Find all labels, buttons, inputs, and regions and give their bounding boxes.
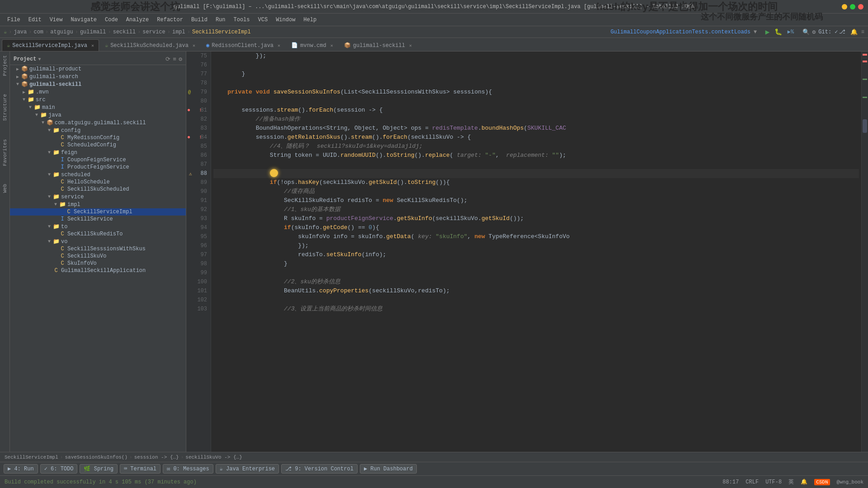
close-tab-gulimallseckill[interactable]: ✕ (409, 43, 412, 48)
settings-icon[interactable]: ⚙ (812, 28, 816, 36)
bc-seckillserviceimpl[interactable]: SeckillServiceImpl (192, 29, 251, 35)
more-icon[interactable]: ≡ (861, 29, 864, 35)
cb-savesessionskuinfos[interactable]: saveSessionSkuInfos() (65, 455, 127, 460)
tab-version-control[interactable]: ⎇ 9: Version Control (281, 464, 358, 474)
menu-window[interactable]: Window (272, 15, 299, 24)
project-icon[interactable]: Project (2, 55, 8, 76)
debug-button[interactable]: 🐛 (774, 28, 782, 36)
bc-com[interactable]: com (33, 29, 43, 35)
sidebar-item-gulimall-search[interactable]: ▶ 📦 gulimall-search (10, 73, 186, 80)
sidebar-item-gulimall-product[interactable]: ▶ 📦 gulimall-product (10, 65, 186, 73)
tab-mvnwcmd[interactable]: 📄 mvnw.cmd ✕ (286, 39, 338, 51)
menu-help[interactable]: Help (300, 15, 320, 24)
bc-seckill[interactable]: seckill (113, 29, 136, 35)
git-branch-icon[interactable]: ⎇ (839, 28, 845, 35)
bc-service[interactable]: service (142, 29, 165, 35)
search-everywhere-icon[interactable]: 🔍 (802, 28, 810, 36)
menu-analyze[interactable]: Analyze (123, 15, 152, 24)
sidebar-item-myredissonconfig[interactable]: C MyRedissonConfig (10, 134, 186, 141)
sidebar-item-main[interactable]: ▼ 📁 main (10, 103, 186, 111)
bc-impl[interactable]: impl (172, 29, 185, 35)
code-line-103: //3、设置上当前商品的秒杀时间信息 (213, 305, 859, 314)
sidebar-item-gulimall-seckill[interactable]: ▼ 📦 gulimall-seckill (10, 80, 186, 88)
code-line-94: if(skuInfo.getCode() == 0){ (213, 223, 859, 232)
cb-seckillskuvo-lambda[interactable]: seckillSkuVo -> {…} (185, 455, 242, 460)
csdn-icon[interactable]: CSDN (814, 479, 830, 485)
menu-view[interactable]: View (46, 15, 66, 24)
sidebar-item-productfeignservice[interactable]: I ProductFeignService (10, 164, 186, 171)
tab-run[interactable]: ▶ 4: Run (4, 464, 38, 474)
sidebar-item-mvn[interactable]: ▶ 📁 .mvn (10, 88, 186, 96)
sidebar-item-couponfeignservice[interactable]: I CouponFeignService (10, 156, 186, 164)
sidebar-item-package[interactable]: ▼ 📦 com.atguigu.gulimall.seckill (10, 119, 186, 127)
sidebar-item-seckillskuscheduled[interactable]: C SeckillSkuScheduled (10, 186, 186, 193)
web-icon[interactable]: Web (2, 184, 8, 193)
line-separator[interactable]: CRLF (745, 479, 759, 485)
sidebar-item-seckillserviceimpl[interactable]: C SeckillServiceImpl (10, 208, 186, 216)
tab-gulimallseckill[interactable]: 📦 gulimall-seckill ✕ (339, 39, 417, 51)
sidebar-item-config[interactable]: ▼ 📁 config (10, 127, 186, 134)
structure-icon[interactable]: Structure (2, 94, 8, 121)
sidebar-item-seckillsesssonswithskus[interactable]: C SeckillSesssionsWithSkus (10, 245, 186, 253)
sidebar-item-seckillservice[interactable]: I SeckillService (10, 216, 186, 223)
cb-seckillserviceimpl[interactable]: SeckillServiceImpl (5, 455, 58, 460)
sidebar-item-scheduledconfig[interactable]: C ScheduledConfig (10, 141, 186, 149)
sidebar-item-skuinfovo[interactable]: C SkuInfoVo (10, 260, 186, 267)
tab-seckillserviceimpl[interactable]: ☕ SeckillServiceImpl.java ✕ (2, 39, 99, 51)
sidebar-item-helloschedule[interactable]: C HelloSchedule (10, 178, 186, 186)
menu-file[interactable]: File (4, 15, 24, 24)
sidebar-item-impl-folder[interactable]: ▼ 📁 impl (10, 201, 186, 208)
sidebar-item-seckillskuredisto[interactable]: C SecKillSkuRedisTo (10, 230, 186, 238)
tab-run-dashboard[interactable]: ▶ Run Dashboard (360, 464, 417, 474)
close-tab-seckillskuscheduled[interactable]: ✕ (193, 43, 195, 48)
run-with-coverage-button[interactable]: ▶% (788, 28, 794, 35)
close-tab-mvnwcmd[interactable]: ✕ (330, 43, 333, 48)
menu-tools[interactable]: Tools (230, 15, 254, 24)
position-indicator[interactable]: 88:17 (722, 479, 739, 485)
sidebar-item-scheduled[interactable]: ▼ 📁 scheduled (10, 171, 186, 178)
project-dropdown[interactable]: ▼ (38, 57, 41, 62)
sidebar-item-seckillskuvo[interactable]: C SeckillSkuVo (10, 253, 186, 260)
tab-seckillskuscheduled[interactable]: ☕ SeckillSkuScheduled.java ✕ (100, 39, 200, 51)
bc-java[interactable]: java (14, 29, 27, 35)
close-tab-seckillserviceimpl[interactable]: ✕ (91, 43, 94, 48)
tab-redissonclient[interactable]: ◉ RedissonClient.java ✕ (201, 39, 285, 51)
run-button[interactable]: ▶ (765, 28, 770, 37)
cb-sesssion-lambda[interactable]: sesssion -> {…} (134, 455, 179, 460)
menu-edit[interactable]: Edit (25, 15, 45, 24)
sidebar-item-java[interactable]: ▼ 📁 java (10, 111, 186, 119)
menu-run[interactable]: Run (212, 15, 229, 24)
close-tab-redissonclient[interactable]: ✕ (278, 43, 280, 48)
menu-code[interactable]: Code (101, 15, 122, 24)
run-dropdown-icon[interactable]: ▼ (754, 29, 757, 35)
lang-indicator[interactable]: 英 (788, 478, 794, 486)
menu-vcs[interactable]: VCS (255, 15, 272, 24)
sidebar-item-vo[interactable]: ▼ 📁 vo (10, 238, 186, 245)
tab-messages[interactable]: ✉ 0: Messages (163, 464, 213, 474)
code-editor[interactable]: }); } private void saveSessionSkuInfos(L… (211, 52, 861, 452)
sidebar-item-feign[interactable]: ▼ 📁 feign (10, 149, 186, 156)
sidebar-item-service[interactable]: ▼ 📁 service (10, 193, 186, 201)
bc-gulimall[interactable]: gulimall (80, 29, 106, 35)
tab-todo[interactable]: ✓ 6: TODO (40, 464, 78, 474)
sync-icon[interactable]: ⟳ (165, 56, 170, 63)
sidebar-item-src[interactable]: ▼ 📁 src (10, 96, 186, 103)
menu-refactor[interactable]: Refactor (153, 15, 187, 24)
sidebar-item-gulimallseckillapplication[interactable]: C GulimallSeckillApplication (10, 267, 186, 274)
tab-spring[interactable]: 🌿 Spring (80, 464, 117, 474)
close-button[interactable] (858, 4, 863, 9)
favorites-icon[interactable]: Favorites (2, 139, 8, 166)
menu-build[interactable]: Build (188, 15, 211, 24)
notification-bell[interactable]: 🔔 (801, 479, 807, 485)
notification-icon[interactable]: 🔔 (850, 28, 858, 36)
tab-java-enterprise[interactable]: ☕ Java Enterprise (216, 464, 279, 474)
sidebar-item-to[interactable]: ▼ 📁 to (10, 223, 186, 230)
minimize-button[interactable] (842, 4, 847, 9)
bc-atguigu[interactable]: atguigu (50, 29, 73, 35)
encoding-indicator[interactable]: UTF-8 (765, 479, 782, 485)
settings-sidebar-icon[interactable]: ⚙ (179, 56, 182, 63)
menu-navigate[interactable]: Navigate (67, 15, 100, 24)
maximize-button[interactable] (850, 4, 855, 9)
collapse-all-icon[interactable]: ≡ (173, 56, 176, 63)
tab-terminal[interactable]: ⌨ Terminal (120, 464, 160, 474)
